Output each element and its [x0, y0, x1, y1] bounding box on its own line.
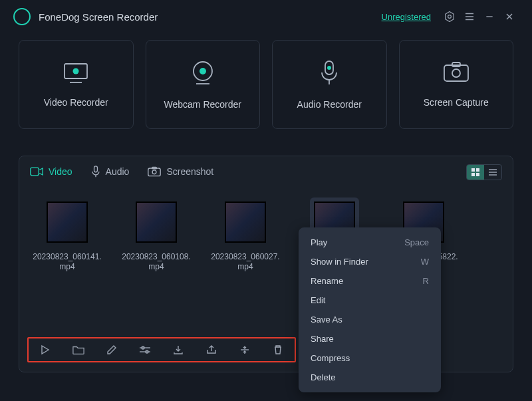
open-folder-button[interactable]: [71, 342, 86, 357]
svg-marker-33: [42, 346, 49, 354]
svg-rect-21: [94, 166, 97, 172]
card-label: Webcam Recorder: [164, 99, 241, 110]
menu-item-show-in-finder[interactable]: Show in FinderW: [299, 252, 441, 271]
tab-label: Audio: [106, 166, 130, 177]
unregistered-link[interactable]: Unregistered: [382, 12, 431, 22]
app-title: FoneDog Screen Recorder: [39, 11, 158, 23]
menu-label: Show in Finder: [311, 257, 368, 267]
menu-label: Rename: [311, 276, 343, 286]
menu-icon[interactable]: [460, 7, 479, 26]
menu-item-delete[interactable]: Delete: [299, 368, 441, 387]
menu-label: Edit: [311, 295, 325, 305]
mode-cards: Video Recorder Webcam Recorder Audio Rec…: [0, 33, 532, 129]
svg-rect-18: [452, 63, 460, 67]
menu-shortcut: R: [423, 276, 429, 286]
menu-label: Share: [311, 334, 334, 344]
svg-rect-28: [471, 173, 475, 176]
delete-button[interactable]: [271, 342, 285, 357]
card-audio-recorder[interactable]: Audio Recorder: [272, 40, 387, 129]
item-label: 20230823_060141.mp4: [33, 252, 102, 272]
svg-rect-17: [444, 65, 468, 81]
close-icon[interactable]: [500, 7, 519, 26]
card-webcam-recorder[interactable]: Webcam Recorder: [146, 40, 261, 129]
card-label: Audio Recorder: [297, 99, 362, 110]
menu-item-save-as[interactable]: Save As: [299, 310, 441, 329]
svg-rect-26: [471, 168, 475, 172]
view-toggle: [466, 164, 502, 180]
svg-rect-27: [476, 168, 479, 172]
item-label: 20230823_060108.mp4: [122, 252, 191, 272]
menu-shortcut: W: [421, 257, 429, 267]
action-toolbar: [27, 337, 296, 362]
compress-button[interactable]: [237, 342, 252, 357]
card-label: Video Recorder: [44, 97, 108, 108]
svg-point-10: [73, 68, 79, 74]
menu-item-edit[interactable]: Edit: [299, 291, 441, 310]
svg-rect-20: [31, 168, 39, 176]
title-bar: FoneDog Screen Recorder Unregistered: [0, 0, 532, 33]
card-video-recorder[interactable]: Video Recorder: [19, 40, 134, 129]
context-menu: PlaySpace Show in FinderW RenameR Edit S…: [299, 227, 441, 392]
menu-label: Save As: [311, 315, 342, 325]
svg-marker-0: [446, 12, 454, 22]
library-item[interactable]: 20230823_060141.mp4: [33, 198, 102, 273]
tab-audio[interactable]: Audio: [91, 166, 130, 178]
thumbnail-icon: [47, 201, 88, 243]
menu-label: Play: [311, 237, 327, 247]
menu-shortcut: Space: [404, 237, 429, 247]
list-view-button[interactable]: [484, 165, 501, 180]
library-item[interactable]: 20230823_060027.mp4: [211, 198, 280, 273]
menu-label: Delete: [311, 372, 336, 382]
menu-item-share[interactable]: Share: [299, 329, 441, 348]
menu-item-play[interactable]: PlaySpace: [299, 233, 441, 252]
app-logo-icon: [13, 8, 31, 25]
svg-point-19: [452, 69, 460, 77]
library-tabs: Video Audio Screenshot: [30, 166, 502, 178]
svg-point-25: [152, 170, 156, 174]
tab-label: Video: [49, 166, 72, 177]
library-item[interactable]: 20230823_060108.mp4: [122, 198, 191, 273]
adjust-button[interactable]: [138, 342, 152, 357]
menu-item-compress[interactable]: Compress: [299, 348, 441, 368]
thumbnail-icon: [136, 201, 177, 243]
share-button[interactable]: [204, 342, 219, 357]
edit-button[interactable]: [104, 342, 119, 357]
svg-rect-29: [476, 173, 479, 176]
card-label: Screen Capture: [424, 97, 489, 108]
play-button[interactable]: [38, 342, 53, 357]
svg-point-13: [200, 68, 206, 74]
minimize-icon[interactable]: [480, 7, 499, 26]
svg-rect-23: [148, 168, 160, 176]
card-screen-capture[interactable]: Screen Capture: [399, 40, 514, 129]
tab-video[interactable]: Video: [30, 166, 72, 177]
menu-item-rename[interactable]: RenameR: [299, 271, 441, 291]
menu-label: Compress: [311, 353, 350, 363]
item-label: 20230823_060027.mp4: [211, 252, 280, 272]
tab-screenshot[interactable]: Screenshot: [148, 166, 213, 177]
thumbnail-icon: [225, 201, 266, 243]
grid-view-button[interactable]: [467, 165, 484, 180]
download-button[interactable]: [171, 342, 186, 357]
tab-label: Screenshot: [166, 166, 213, 177]
svg-point-16: [327, 66, 331, 70]
settings-gear-icon[interactable]: [440, 7, 459, 26]
svg-point-1: [448, 15, 452, 19]
